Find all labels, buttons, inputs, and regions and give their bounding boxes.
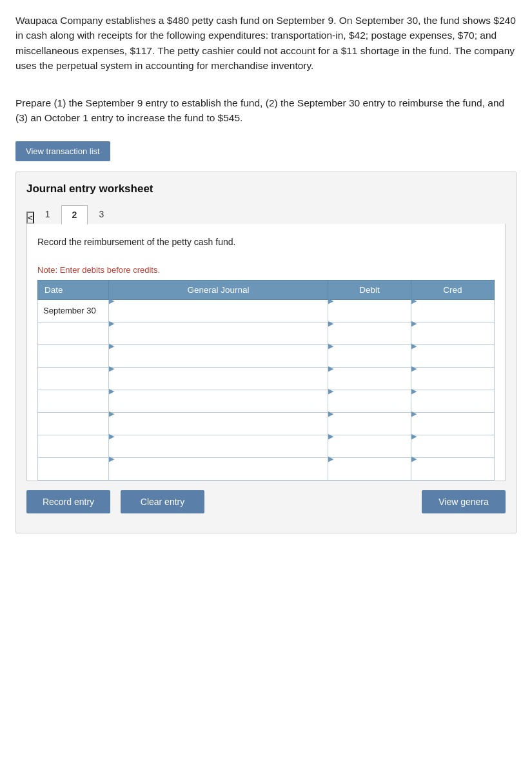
credit-input-4[interactable] <box>411 373 494 395</box>
date-cell-7 <box>38 435 109 457</box>
debit-input-8[interactable] <box>328 463 411 485</box>
debit-input-5[interactable] <box>328 395 411 417</box>
journal-input-6[interactable] <box>109 418 328 440</box>
debit-input-7[interactable] <box>328 441 411 462</box>
credit-input-2[interactable] <box>411 328 494 350</box>
arrow-icon-2: ▶ <box>109 319 114 328</box>
clear-entry-button[interactable]: Clear entry <box>121 490 204 513</box>
journal-input-1[interactable] <box>109 305 328 327</box>
header-date: Date <box>38 280 109 299</box>
debit-input-3[interactable] <box>328 350 411 372</box>
credit-input-1[interactable] <box>411 305 494 327</box>
record-entry-button[interactable]: Record entry <box>26 490 110 513</box>
debit-input-1[interactable] <box>328 305 411 327</box>
arrow-icon-6: ▶ <box>109 410 114 418</box>
view-general-button[interactable]: View genera <box>422 490 506 513</box>
journal-input-5[interactable] <box>109 395 328 417</box>
credit-input-8[interactable] <box>411 463 494 485</box>
date-cell-1: September 30 <box>38 299 109 322</box>
debit-cell-1[interactable]: ▶ <box>328 299 411 322</box>
credit-cell-1[interactable]: ▶ <box>411 299 495 322</box>
button-row: Record entry Clear entry View genera <box>26 481 506 522</box>
date-cell-6 <box>38 412 109 435</box>
credit-input-5[interactable] <box>411 395 494 417</box>
worksheet-inner: Record the reimbursement of the petty ca… <box>26 224 506 481</box>
arrow-icon-d2: ▶ <box>328 319 333 328</box>
tab-1[interactable]: 1 <box>34 204 61 224</box>
arrow-icon-8: ▶ <box>109 455 114 463</box>
arrow-icon-d4: ▶ <box>328 364 333 373</box>
arrow-icon-5: ▶ <box>109 387 114 395</box>
instruction-text: Record the reimbursement of the petty ca… <box>37 234 495 247</box>
date-cell-4 <box>38 367 109 390</box>
header-general-journal: General Journal <box>109 280 328 299</box>
debit-input-6[interactable] <box>328 418 411 440</box>
arrow-icon-d5: ▶ <box>328 387 333 395</box>
arrow-icon-c1: ▶ <box>411 297 417 305</box>
date-cell-2 <box>38 322 109 344</box>
debit-input-4[interactable] <box>328 373 411 395</box>
arrow-icon-c2: ▶ <box>411 319 417 328</box>
arrow-icon-c4: ▶ <box>411 364 417 373</box>
date-cell-3 <box>38 344 109 367</box>
journal-input-3[interactable] <box>109 350 328 372</box>
view-transaction-button[interactable]: View transaction list <box>15 141 110 161</box>
header-credit: Cred <box>411 280 495 299</box>
date-cell-8 <box>38 457 109 480</box>
arrow-icon-3: ▶ <box>109 342 114 350</box>
arrow-icon-d8: ▶ <box>328 455 333 463</box>
date-cell-5 <box>38 390 109 412</box>
problem-text-1: Waupaca Company establishes a $480 petty… <box>15 13 517 73</box>
journal-table: Date General Journal Debit Cred Septembe… <box>37 280 495 481</box>
tab-chevron-left[interactable]: < <box>26 212 34 224</box>
credit-input-7[interactable] <box>411 441 494 462</box>
credit-input-3[interactable] <box>411 350 494 372</box>
arrow-icon-c6: ▶ <box>411 410 417 418</box>
tab-3[interactable]: 3 <box>88 204 115 224</box>
journal-input-4[interactable] <box>109 373 328 395</box>
debit-input-2[interactable] <box>328 328 411 350</box>
header-debit: Debit <box>328 280 411 299</box>
credit-input-6[interactable] <box>411 418 494 440</box>
arrow-icon-c3: ▶ <box>411 342 417 350</box>
arrow-icon-d6: ▶ <box>328 410 333 418</box>
journal-input-2[interactable] <box>109 328 328 350</box>
worksheet-container: Journal entry worksheet < 1 2 3 Record t… <box>15 172 517 533</box>
arrow-icon-7: ▶ <box>109 432 114 441</box>
journal-input-7[interactable] <box>109 441 328 462</box>
arrow-icon-c5: ▶ <box>411 387 417 395</box>
journal-cell-1[interactable]: ▶ <box>109 299 328 322</box>
arrow-icon-d3: ▶ <box>328 342 333 350</box>
arrow-icon-d1: ▶ <box>328 297 333 305</box>
arrow-icon-d7: ▶ <box>328 432 333 441</box>
note-text: Note: Enter debits before credits. <box>37 265 495 275</box>
tab-navigation: < 1 2 3 <box>26 204 506 224</box>
arrow-icon-c8: ▶ <box>411 455 417 463</box>
table-row: September 30 ▶ ▶ ▶ <box>38 299 495 322</box>
arrow-icon-4: ▶ <box>109 364 114 373</box>
worksheet-title: Journal entry worksheet <box>26 183 506 195</box>
problem-text-2: Prepare (1) the September 9 entry to est… <box>15 95 517 126</box>
tab-2[interactable]: 2 <box>61 205 88 225</box>
arrow-icon-c7: ▶ <box>411 432 417 441</box>
journal-input-8[interactable] <box>109 463 328 485</box>
arrow-icon-1: ▶ <box>109 297 114 305</box>
